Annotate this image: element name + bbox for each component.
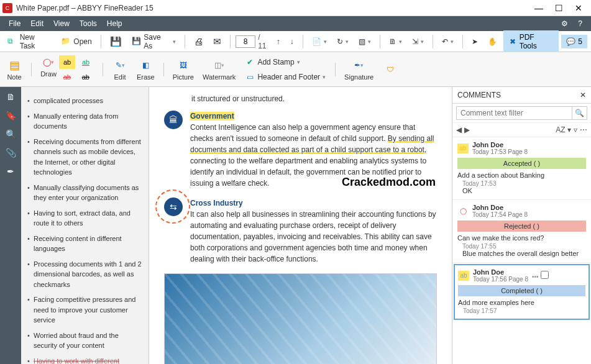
strike-ab-icon[interactable]: ab: [78, 70, 94, 84]
comment-type-icon: ab: [457, 143, 469, 153]
help-icon[interactable]: ?: [573, 19, 587, 28]
undo-button[interactable]: ↶: [438, 35, 457, 48]
minimize-button[interactable]: —: [529, 2, 549, 14]
settings-gear-icon[interactable]: ⚙: [556, 19, 573, 28]
ocr-button[interactable]: 🗎: [385, 35, 406, 48]
strike-red-ab-icon[interactable]: ab: [59, 70, 75, 84]
outline-item[interactable]: Manually classifying documents as they e…: [27, 183, 142, 203]
outline-item[interactable]: Manually entering data from documents: [27, 111, 142, 132]
header-footer-button[interactable]: ▭ Header and Footer: [242, 70, 329, 84]
outline-item-struck[interactable]: Having to work with different processes,…: [27, 356, 142, 365]
comment-item[interactable]: ◯John DoeToday 17:54 Page 8Rejected ( )C…: [452, 200, 591, 263]
attachments-tab-icon[interactable]: 📎: [4, 147, 17, 159]
protect-tool[interactable]: 🛡: [380, 61, 401, 78]
comment-filter-button[interactable]: ▿: [574, 125, 577, 134]
comment-search-button[interactable]: 🔍: [572, 106, 587, 120]
comment-user: John Doe: [473, 268, 528, 276]
pdf-tools-icon: ✖: [510, 37, 516, 46]
outline-item[interactable]: Processing documents with 1 and 2 dimens…: [27, 259, 142, 290]
pages-tab-icon[interactable]: 🗎: [4, 91, 17, 103]
underline-ab-icon[interactable]: ab: [78, 55, 94, 69]
watermark-text: Crackedmod.com: [342, 174, 436, 191]
menu-edit[interactable]: Edit: [25, 19, 48, 28]
comment-prev-button[interactable]: ◀: [456, 125, 462, 134]
reply-text: Blue matches the overall design better: [462, 250, 586, 257]
comment-type-icon: ◯: [457, 206, 469, 216]
document-view[interactable]: it structured or unstructured. 🏛 Governm…: [149, 87, 452, 364]
close-button[interactable]: ✕: [569, 2, 589, 14]
signature-tab-icon[interactable]: ✒: [4, 165, 17, 178]
government-section-icon: 🏛: [164, 111, 183, 129]
search-tab-icon[interactable]: 🔍: [4, 128, 17, 140]
comment-meta: Today 17:53 Page 8: [472, 148, 528, 155]
outline-item[interactable]: complicated processes: [27, 96, 142, 106]
comments-panel: COMMENTS ✕ 🔍 ◀ ▶ AZ ▾ ▿ ⋯ abJohn DoeToda…: [452, 87, 591, 364]
signature-tool[interactable]: ✒ Signature: [342, 57, 376, 82]
outline-item[interactable]: Facing competitive pressures and need to…: [27, 294, 142, 325]
comments-tab-button[interactable]: 💬 5: [561, 35, 587, 48]
new-task-button[interactable]: ⧉ New Task: [4, 31, 55, 52]
reply-meta: Today 17:57: [463, 307, 585, 314]
page-number-input[interactable]: [236, 35, 255, 48]
pdf-tools-button[interactable]: ✖ PDF Tools: [503, 30, 559, 53]
menu-file[interactable]: File: [4, 19, 25, 28]
reply-meta: Today 17:53: [462, 180, 586, 187]
comment-menu-icon[interactable]: •••: [532, 273, 539, 280]
reply-meta: Today 17:55: [462, 243, 586, 250]
comment-more-button[interactable]: ⋯: [580, 125, 587, 134]
open-button[interactable]: 📁 Open: [57, 35, 95, 48]
maximize-button[interactable]: ☐: [549, 2, 569, 14]
add-page-button[interactable]: 📄: [308, 35, 331, 48]
comment-status: Accepted ( ): [457, 158, 586, 169]
page-up-button[interactable]: ↑: [273, 35, 284, 48]
comment-next-button[interactable]: ▶: [464, 125, 470, 134]
edit-tool[interactable]: ✎ Edit: [109, 57, 131, 82]
erase-tool[interactable]: ◧ Erase: [134, 57, 157, 82]
menu-view[interactable]: View: [48, 19, 75, 28]
outline-item[interactable]: Having to sort, extract data, and route …: [27, 208, 142, 229]
add-stamp-button[interactable]: ✔ Add Stamp: [242, 55, 329, 69]
bookmarks-tab-icon[interactable]: 🔖: [4, 109, 17, 122]
signature-icon: ✒: [351, 58, 367, 72]
export-button[interactable]: ⇲: [408, 35, 428, 48]
save-as-button[interactable]: 💾 Save As: [128, 31, 180, 52]
crop-button[interactable]: ▧: [355, 35, 375, 48]
highlight-ab-icon[interactable]: ab: [59, 55, 75, 69]
erase-icon: ◧: [137, 58, 153, 72]
window-title: White Paper.pdf – ABBYY FineReader 15: [16, 4, 529, 12]
mail-button[interactable]: ✉: [209, 34, 225, 49]
draw-tool[interactable]: ◯ ab ab Draw ab ab: [38, 54, 96, 85]
save-button[interactable]: 💾: [106, 34, 126, 49]
cross-industry-section-icon: ⇆: [164, 198, 183, 216]
menu-help[interactable]: Help: [102, 19, 127, 28]
outline-item[interactable]: Receiving content in different languages: [27, 234, 142, 254]
cross-body: It can also help all businesses in strea…: [190, 209, 437, 265]
folder-icon: 📁: [61, 37, 71, 47]
new-task-icon: ⧉: [7, 37, 17, 47]
watermark-tool[interactable]: ◫ Watermark: [200, 57, 238, 82]
comment-filter-input[interactable]: [456, 106, 572, 120]
outline-item[interactable]: Worried about fraud and the security of …: [27, 330, 142, 351]
comments-title: COMMENTS: [457, 91, 501, 99]
comment-item[interactable]: abJohn DoeToday 17:56 Page 8••• Complete…: [454, 264, 590, 320]
pointer-tool[interactable]: ➤: [468, 35, 482, 48]
note-tool[interactable]: ▤ Note: [4, 57, 25, 82]
note-icon: ▤: [6, 58, 22, 72]
picture-tool[interactable]: 🖼 Picture: [170, 57, 196, 82]
reply-text: OK: [462, 187, 586, 194]
shield-icon: 🛡: [382, 63, 398, 76]
comment-text: Can we make the icons red?: [457, 234, 586, 242]
menu-tools[interactable]: Tools: [75, 19, 102, 28]
comment-sort-button[interactable]: AZ ▾: [556, 125, 571, 134]
comment-item[interactable]: abJohn DoeToday 17:53 Page 8Accepted ( )…: [452, 137, 591, 200]
rotate-button[interactable]: ↻: [333, 35, 352, 48]
comment-checkbox[interactable]: [541, 271, 549, 279]
page-down-button[interactable]: ↓: [286, 35, 298, 48]
hand-tool[interactable]: ✋: [484, 35, 501, 48]
draw-circle-icon[interactable]: ◯: [40, 55, 57, 69]
doc-intro-tail: it structured or unstructured.: [191, 93, 437, 104]
print-button[interactable]: 🖨: [190, 34, 207, 48]
comments-close-icon[interactable]: ✕: [580, 91, 586, 99]
comment-text: Add more examples here: [458, 299, 585, 306]
outline-item[interactable]: Receiving documents from different chann…: [27, 137, 142, 178]
